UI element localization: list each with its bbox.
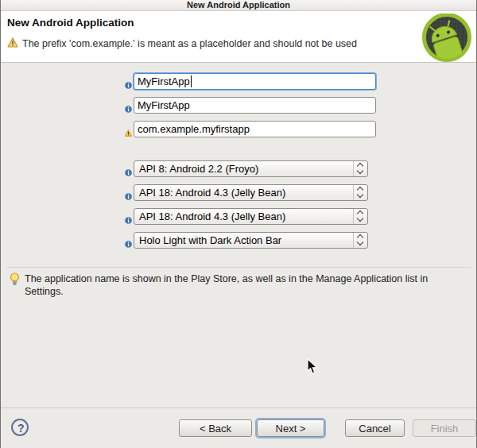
text-caret <box>191 75 192 87</box>
note-separator <box>6 267 471 268</box>
help-button[interactable]: ? <box>11 419 29 436</box>
warning-banner: The prefix 'com.example.' is meant as a … <box>7 37 357 51</box>
info-icon <box>125 237 132 244</box>
minimum-sdk-select[interactable]: API 8: Android 2.2 (Froyo) <box>134 160 368 177</box>
finish-button[interactable]: Finish <box>413 419 476 437</box>
spinner-icon <box>353 209 367 224</box>
theme-select[interactable]: Holo Light with Dark Action Bar <box>134 232 368 249</box>
project-name-input[interactable] <box>134 97 376 114</box>
target-sdk-select[interactable]: API 18: Android 4.3 (Jelly Bean) <box>134 184 368 201</box>
note-text: The application name is shown in the Pla… <box>25 272 456 298</box>
application-name-input[interactable] <box>134 73 376 90</box>
spinner-icon <box>353 185 367 200</box>
back-button[interactable]: < Back <box>179 419 252 437</box>
package-name-input[interactable] <box>134 121 376 137</box>
next-button[interactable]: Next > <box>257 419 324 437</box>
spinner-icon <box>353 233 367 248</box>
target-sdk-value: API 18: Android 4.3 (Jelly Bean) <box>139 187 285 199</box>
info-icon <box>125 165 132 172</box>
spinner-icon <box>353 161 367 176</box>
cancel-button[interactable]: Cancel <box>345 419 405 437</box>
warning-icon <box>7 37 18 51</box>
minimum-sdk-value: API 8: Android 2.2 (Froyo) <box>139 163 258 175</box>
info-icon <box>125 189 132 196</box>
info-icon <box>125 213 132 220</box>
info-icon <box>125 102 132 109</box>
window-title: New Android Application <box>187 0 290 10</box>
compile-with-value: API 18: Android 4.3 (Jelly Bean) <box>139 210 285 222</box>
page-title: New Android Application <box>7 17 134 29</box>
warning-message: The prefix 'com.example.' is meant as a … <box>22 38 357 49</box>
android-logo-icon <box>421 14 473 66</box>
lightbulb-icon <box>10 272 20 290</box>
warning-icon <box>125 126 132 133</box>
new-android-application-dialog: New Android Application New Android Appl… <box>0 0 477 448</box>
footer-separator <box>1 407 476 408</box>
wizard-header: New Android Application The prefix 'com.… <box>1 11 476 63</box>
mouse-cursor <box>307 358 318 378</box>
compile-with-select[interactable]: API 18: Android 4.3 (Jelly Bean) <box>134 208 368 225</box>
window-titlebar: New Android Application <box>1 0 476 11</box>
theme-value: Holo Light with Dark Action Bar <box>139 234 281 246</box>
info-icon <box>125 78 132 85</box>
